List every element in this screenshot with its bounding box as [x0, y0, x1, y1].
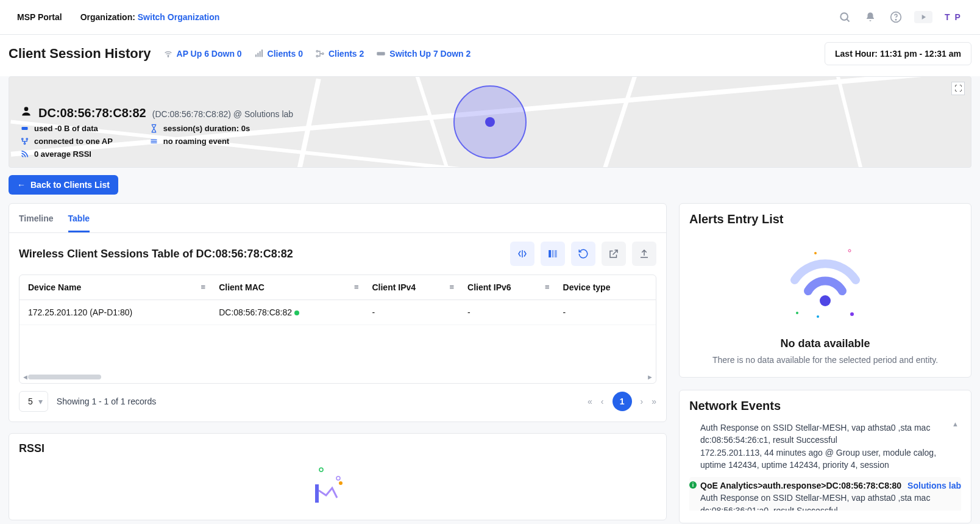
cell-device-name: 172.25.201.120 (AP-D1:80) [20, 300, 210, 325]
col-device-type[interactable]: Device type [555, 275, 656, 300]
rssi-placeholder-icon [310, 467, 365, 504]
client-mac-sub: (DC:08:56:78:C8:82) @ Solutions lab [152, 109, 293, 119]
event-item[interactable]: Auth Response on SSID Stellar-MESH, vap … [689, 419, 961, 477]
refresh-button[interactable] [571, 242, 595, 266]
ap-status-text: AP Up 6 Down 0 [177, 49, 242, 59]
col-client-ipv4[interactable]: Client IPv4≡ [363, 275, 459, 300]
column-menu-icon[interactable]: ≡ [354, 282, 359, 292]
svg-rect-7 [259, 51, 260, 57]
svg-point-9 [316, 51, 318, 52]
svg-line-1 [847, 20, 850, 22]
table-row[interactable]: 172.25.201.120 (AP-D1:80) DC:08:56:78:C8… [20, 300, 656, 325]
autosize-columns-button[interactable] [510, 242, 534, 266]
stat-rssi: 0 average RSSI [34, 149, 91, 159]
upload-button[interactable] [632, 242, 656, 266]
first-page-icon[interactable]: « [588, 397, 592, 406]
switch-status-link[interactable]: Switch Up 7 Down 2 [376, 49, 470, 59]
page-title: Client Session History [9, 46, 151, 62]
last-page-icon[interactable]: » [652, 397, 656, 406]
switch-icon [376, 49, 386, 59]
video-icon[interactable] [914, 11, 932, 23]
svg-point-11 [322, 53, 324, 55]
col-client-mac[interactable]: Client MAC≡ [210, 275, 363, 300]
svg-rect-20 [555, 250, 557, 257]
bell-icon[interactable] [863, 10, 878, 24]
help-icon[interactable] [889, 10, 903, 24]
svg-point-22 [336, 476, 340, 480]
svg-point-30 [850, 312, 854, 316]
table-title: Wireless Client Sessions Table of DC:08:… [19, 248, 293, 260]
hourglass-icon [149, 124, 158, 133]
stat-ap: connected to one AP [34, 137, 113, 146]
columns-button[interactable] [541, 242, 565, 266]
sessions-table: Device Name≡ Client MAC≡ Client IPv4≡ Cl… [20, 275, 656, 325]
svg-rect-18 [549, 250, 551, 257]
col-device-name[interactable]: Device Name≡ [20, 275, 210, 300]
ap-connection-icon [20, 137, 29, 146]
event-source-link[interactable]: Solutions lab [907, 479, 961, 492]
tab-timeline[interactable]: Timeline [19, 210, 54, 232]
svg-point-27 [820, 295, 831, 306]
clients0-text: Clients 0 [268, 49, 303, 59]
svg-rect-8 [261, 49, 263, 57]
status-bar: Client Session History AP Up 6 Down 0 Cl… [0, 35, 980, 76]
event-text: Auth Response on SSID Stellar-MESH, vap … [700, 492, 961, 511]
stat-duration: session(s) duration: 0s [163, 124, 250, 133]
event-item[interactable]: i QoE Analytics>auth.response>DC:08:56:7… [689, 477, 961, 511]
map-panel: ⛶ DC:08:56:78:C8:82 (DC:08:56:78:C8:82) … [9, 76, 971, 168]
map-location-marker [453, 85, 527, 159]
brand: MSP Portal [17, 12, 62, 22]
status-dot-icon [294, 310, 299, 315]
horizontal-scrollbar[interactable] [28, 375, 101, 379]
event-text: Auth Response on SSID Stellar-MESH, vap … [700, 422, 961, 447]
col-client-ipv6[interactable]: Client IPv6≡ [459, 275, 555, 300]
cell-ipv4: - [363, 300, 459, 325]
svg-point-26 [814, 252, 817, 254]
prev-page-icon[interactable]: ‹ [601, 397, 604, 406]
user-icon [20, 105, 32, 117]
info-dot-icon: i [689, 481, 697, 489]
fullscreen-icon[interactable]: ⛶ [951, 82, 965, 95]
time-range-picker[interactable]: Last Hour: 11:31 pm - 12:31 am [825, 42, 971, 65]
scroll-right-icon[interactable]: ► [647, 373, 653, 381]
svg-point-23 [339, 481, 343, 485]
avatar[interactable]: T P [943, 7, 963, 27]
alerts-card: Alerts Entry List No data available Ther [679, 203, 971, 378]
cell-ipv6: - [459, 300, 555, 325]
back-to-clients-button[interactable]: ← Back to Clients List [9, 175, 118, 195]
switch-status-text: Switch Up 7 Down 2 [389, 49, 470, 59]
tab-table[interactable]: Table [68, 210, 90, 232]
rssi-card: RSSI [9, 433, 667, 520]
organization-label: Organization: [80, 12, 135, 22]
export-button[interactable] [602, 242, 626, 266]
svg-rect-5 [255, 54, 257, 57]
column-menu-icon[interactable]: ≡ [545, 282, 550, 292]
client-summary: DC:08:56:78:C8:82 (DC:08:56:78:C8:82) @ … [20, 105, 293, 159]
svg-rect-19 [552, 250, 554, 257]
wifi-icon [163, 49, 173, 59]
event-header: QoE Analytics>auth.response>DC:08:56:78:… [700, 481, 901, 490]
next-page-icon[interactable]: › [641, 397, 644, 406]
column-menu-icon[interactable]: ≡ [201, 282, 206, 292]
svg-point-28 [796, 312, 798, 314]
nodata-subtitle: There is no data available for the selec… [689, 355, 961, 365]
svg-point-10 [316, 56, 318, 57]
clients0-link[interactable]: Clients 0 [254, 49, 303, 59]
clients2-text: Clients 2 [328, 49, 364, 59]
current-page[interactable]: 1 [612, 392, 632, 411]
client-mac-heading: DC:08:56:78:C8:82 [38, 106, 146, 120]
ap-status-link[interactable]: AP Up 6 Down 0 [163, 49, 242, 59]
network-events-card: Network Events ▲ Auth Response on SSID S… [679, 390, 971, 523]
signal-icon [254, 49, 264, 59]
switch-organization-link[interactable]: Switch Organization [138, 12, 220, 22]
page-size-select[interactable]: 5 [19, 391, 48, 412]
stat-data: used -0 B of data [34, 124, 98, 133]
search-icon[interactable] [837, 10, 852, 24]
topbar: MSP Portal Organization: Switch Organiza… [0, 0, 980, 35]
clients2-link[interactable]: Clients 2 [315, 49, 364, 59]
sessions-table-card: Timeline Table Wireless Client Sessions … [9, 203, 667, 422]
svg-point-15 [22, 138, 24, 140]
svg-point-3 [895, 20, 896, 20]
column-menu-icon[interactable]: ≡ [449, 282, 454, 292]
nodata-title: No data available [689, 337, 961, 350]
